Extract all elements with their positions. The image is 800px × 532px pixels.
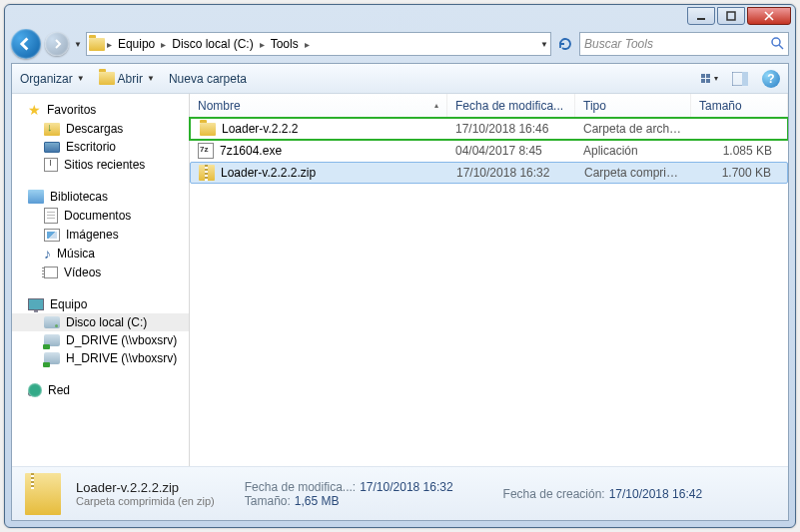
computer-icon (28, 298, 44, 310)
breadcrumb-dropdown-icon[interactable]: ▼ (540, 40, 548, 49)
search-placeholder: Buscar Tools (584, 37, 653, 51)
column-name[interactable]: Nombre▴ (190, 94, 447, 117)
tree-item-videos[interactable]: Vídeos (12, 264, 189, 281)
details-modified-value: 17/10/2018 16:32 (360, 480, 452, 494)
maximize-button[interactable] (717, 7, 745, 25)
explorer-window: ▼ ▸ Equipo ▸ Disco local (C:) ▸ Tools ▸ … (4, 4, 796, 528)
downloads-icon (44, 123, 60, 136)
libraries-icon (28, 190, 44, 204)
tree-item-images[interactable]: Imágenes (12, 226, 189, 244)
network-drive-icon (44, 334, 60, 346)
chevron-right-icon[interactable]: ▸ (105, 39, 114, 50)
network-icon (28, 383, 42, 397)
chevron-right-icon[interactable]: ▸ (159, 39, 168, 50)
view-options[interactable]: ▾ (701, 74, 718, 83)
tree-item-downloads[interactable]: Descargas (12, 120, 189, 138)
details-created-label: Fecha de creación: (503, 487, 605, 501)
minimize-button[interactable] (687, 7, 715, 25)
file-row-zip[interactable]: Loader-v.2.2.2.zip 17/10/2018 16:32 Carp… (190, 162, 788, 184)
body: ★Favoritos Descargas Escritorio Sitios r… (12, 94, 788, 466)
details-modified-label: Fecha de modifica...: (245, 480, 356, 494)
tree-network[interactable]: Red (12, 381, 189, 399)
recent-icon (44, 158, 58, 172)
new-folder-button[interactable]: Nueva carpeta (169, 72, 247, 86)
zip-icon (199, 165, 215, 181)
help-icon: ? (762, 70, 780, 88)
documents-icon (44, 208, 58, 224)
file-row-exe[interactable]: 7z1604.exe 04/04/2017 8:45 Aplicación 1.… (190, 140, 788, 162)
details-filename: Loader-v.2.2.2.zip (76, 480, 215, 495)
svg-rect-1 (727, 12, 735, 20)
navigation-tree[interactable]: ★Favoritos Descargas Escritorio Sitios r… (12, 94, 190, 466)
tree-item-music[interactable]: ♪Música (12, 244, 189, 264)
history-dropdown-icon[interactable]: ▼ (74, 40, 82, 49)
tree-item-documents[interactable]: Documentos (12, 206, 189, 226)
help-button[interactable]: ? (762, 70, 780, 88)
column-date[interactable]: Fecha de modifica... (447, 94, 575, 117)
folder-icon (89, 36, 105, 52)
folder-open-icon (99, 71, 115, 87)
details-size-label: Tamaño: (245, 494, 291, 508)
tree-favorites[interactable]: ★Favoritos (12, 100, 189, 120)
details-pane: Loader-v.2.2.2.zip Carpeta comprimida (e… (12, 466, 788, 520)
tree-computer[interactable]: Equipo (12, 295, 189, 313)
folder-icon (200, 123, 216, 136)
star-icon: ★ (28, 102, 41, 118)
breadcrumb-item[interactable]: Equipo (114, 37, 159, 51)
preview-icon (732, 72, 748, 86)
view-icon (701, 74, 710, 83)
client-area: Organizar▼ Abrir▼ Nueva carpeta ▾ ? ★Fav… (11, 63, 789, 521)
chevron-right-icon[interactable]: ▸ (303, 39, 312, 50)
breadcrumb[interactable]: ▸ Equipo ▸ Disco local (C:) ▸ Tools ▸ ▼ (86, 32, 551, 56)
drive-icon (44, 316, 60, 328)
music-icon: ♪ (44, 246, 51, 262)
exe-icon (198, 143, 214, 159)
toolbar: Organizar▼ Abrir▼ Nueva carpeta ▾ ? (12, 64, 788, 94)
details-filetype: Carpeta comprimida (en zip) (76, 495, 215, 507)
search-icon (770, 36, 784, 53)
close-button[interactable] (747, 7, 791, 25)
details-size-value: 1,65 MB (295, 494, 340, 508)
tree-item-recent[interactable]: Sitios recientes (12, 156, 189, 174)
preview-pane-button[interactable] (732, 72, 748, 86)
tree-item-desktop[interactable]: Escritorio (12, 138, 189, 156)
column-size[interactable]: Tamaño (691, 94, 788, 117)
file-row-folder[interactable]: Loader-v.2.2.2 17/10/2018 16:46 Carpeta … (190, 118, 788, 140)
tree-libraries[interactable]: Bibliotecas (12, 188, 189, 206)
title-bar (11, 7, 791, 29)
open-button[interactable]: Abrir▼ (99, 71, 155, 87)
network-drive-icon (44, 352, 60, 364)
videos-icon (44, 266, 58, 278)
chevron-right-icon[interactable]: ▸ (258, 39, 267, 50)
organize-menu[interactable]: Organizar▼ (20, 72, 85, 86)
back-button[interactable] (11, 29, 41, 59)
refresh-button[interactable] (555, 36, 575, 52)
desktop-icon (44, 142, 60, 153)
breadcrumb-item[interactable]: Disco local (C:) (168, 37, 257, 51)
sort-asc-icon: ▴ (434, 101, 438, 110)
search-input[interactable]: Buscar Tools (579, 32, 789, 56)
tree-item-h-drive[interactable]: H_DRIVE (\\vboxsrv) (12, 349, 189, 367)
file-list: Nombre▴ Fecha de modifica... Tipo Tamaño… (190, 94, 788, 466)
tree-item-local-disk[interactable]: Disco local (C:) (12, 313, 189, 331)
column-headers: Nombre▴ Fecha de modifica... Tipo Tamaño (190, 94, 788, 118)
column-type[interactable]: Tipo (575, 94, 691, 117)
images-icon (44, 229, 60, 242)
svg-point-2 (772, 38, 780, 46)
address-bar: ▼ ▸ Equipo ▸ Disco local (C:) ▸ Tools ▸ … (11, 29, 789, 59)
details-created-value: 17/10/2018 16:42 (609, 487, 702, 501)
svg-rect-4 (742, 72, 748, 86)
tree-item-d-drive[interactable]: D_DRIVE (\\vboxsrv) (12, 331, 189, 349)
forward-button[interactable] (45, 32, 69, 56)
breadcrumb-item[interactable]: Tools (267, 37, 303, 51)
file-thumbnail (20, 471, 66, 517)
svg-rect-0 (697, 18, 705, 20)
